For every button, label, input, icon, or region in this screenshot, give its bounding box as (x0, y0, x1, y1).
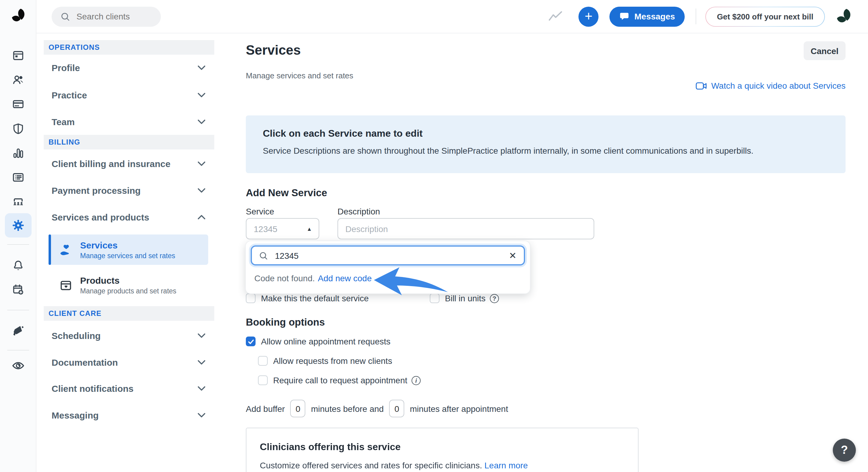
add-new-service-heading: Add New Service (246, 187, 327, 199)
sidebar-item-client-notifications[interactable]: Client notifications (44, 375, 214, 402)
hand-heart-icon (59, 243, 73, 257)
chevron-down-icon (197, 385, 206, 391)
allow-new-clients-checkbox[interactable] (258, 356, 268, 366)
default-service-option: Make this the default service (246, 293, 369, 303)
chevron-down-icon (197, 332, 206, 338)
service-code-value: 12345 (254, 224, 277, 234)
watch-video-link[interactable]: Watch a quick video about Services (695, 81, 845, 90)
section-header-operations: OPERATIONS (44, 40, 214, 55)
allow-new-clients-label: Allow requests from new clients (273, 356, 392, 366)
chevron-up-icon (197, 214, 206, 219)
chevron-down-icon (197, 119, 206, 124)
service-code-select[interactable]: 12345 ▲ (246, 218, 319, 239)
promo-label: Get $200 off your next bill (717, 12, 813, 21)
rail-divider (7, 310, 29, 311)
client-search[interactable] (52, 6, 161, 26)
chevron-down-icon (197, 161, 206, 166)
account-avatar[interactable] (835, 8, 854, 25)
calendar-add-icon[interactable] (11, 284, 24, 296)
service-field-label: Service (246, 207, 274, 216)
bill-in-units-label: Bill in units (445, 293, 486, 303)
topbar-divider (695, 8, 696, 24)
info-banner: Click on each Service name to edit Servi… (246, 115, 845, 173)
buffer-middle-label: minutes before and (311, 404, 384, 413)
page-title: Services (246, 42, 301, 58)
clinicians-body: Customize offered services and rates for… (260, 461, 482, 470)
help-button[interactable]: ? (833, 439, 856, 462)
chevron-down-icon (197, 359, 206, 365)
clinicians-section: Clinicians offering this service Customi… (246, 427, 639, 472)
notifications-bell-icon[interactable] (11, 259, 24, 272)
allow-online-checkbox[interactable] (246, 336, 255, 346)
chevron-down-icon (197, 187, 206, 193)
add-new-code-link[interactable]: Add new code (318, 273, 371, 283)
cancel-button[interactable]: Cancel (804, 41, 845, 60)
buffer-after-input[interactable] (389, 400, 404, 417)
watch-video-label: Watch a quick video about Services (711, 81, 845, 90)
clear-search-icon[interactable]: ✕ (509, 251, 517, 260)
check-icon (247, 338, 254, 345)
code-search-input[interactable] (274, 250, 509, 261)
buffer-before-input[interactable] (290, 400, 306, 417)
sidebar-item-scheduling[interactable]: Scheduling (44, 322, 214, 349)
question-help-icon[interactable]: ? (490, 294, 499, 303)
announcements-megaphone-icon[interactable] (11, 324, 24, 337)
create-new-button[interactable]: + (579, 6, 598, 26)
sidebar-item-profile[interactable]: Profile (44, 54, 214, 81)
sidebar-item-documentation[interactable]: Documentation (44, 349, 214, 376)
sidebar-item-services-products[interactable]: Services and products (44, 204, 214, 230)
calendar-icon[interactable] (11, 49, 24, 62)
require-call-option: Require call to request appointment i (258, 376, 421, 385)
caret-up-icon: ▲ (307, 226, 312, 232)
search-icon (60, 11, 70, 22)
analytics-chart-icon[interactable] (12, 147, 24, 159)
notes-list-icon[interactable] (11, 171, 24, 184)
sidebar-item-practice[interactable]: Practice (44, 81, 214, 108)
code-search-field: ✕ (251, 245, 525, 265)
chevron-down-icon (197, 65, 206, 70)
box-heart-icon (59, 278, 73, 292)
default-service-label: Make this the default service (261, 293, 369, 303)
app-window: + Messages Get $200 off your next bill O… (0, 0, 868, 472)
default-service-checkbox[interactable] (246, 293, 255, 303)
settings-sidebar: OPERATIONS Profile Practice Team BILLING… (36, 33, 240, 472)
referral-promo-button[interactable]: Get $200 off your next bill (705, 6, 825, 26)
messages-button[interactable]: Messages (610, 6, 685, 26)
sidebar-item-team[interactable]: Team (44, 108, 214, 135)
search-input[interactable] (75, 11, 151, 22)
team-org-icon[interactable] (11, 195, 25, 208)
require-call-label: Require call to request appointment (273, 376, 407, 385)
settings-gear-icon[interactable] (11, 219, 25, 232)
simplepractice-logo (10, 8, 27, 24)
buffer-settings: Add buffer minutes before and minutes af… (246, 400, 508, 417)
billing-card-icon[interactable] (11, 97, 24, 110)
info-icon[interactable]: i (411, 376, 421, 385)
sidebar-subitem-services[interactable]: Services Manage services and set rates (49, 234, 208, 265)
trending-sparkline-icon (548, 11, 563, 22)
page-subtitle: Manage services and set rates (246, 71, 353, 80)
booking-options-heading: Booking options (246, 317, 325, 328)
description-input[interactable] (338, 218, 594, 239)
rail-divider (7, 350, 29, 351)
chevron-down-icon (197, 412, 206, 418)
chat-bubble-icon (619, 11, 629, 21)
buffer-prefix-label: Add buffer (246, 404, 285, 413)
sidebar-item-payment-processing[interactable]: Payment processing (44, 177, 214, 204)
sidebar-subitem-products[interactable]: Products Manage products and set rates (49, 270, 208, 300)
section-header-billing: BILLING (44, 135, 214, 149)
info-banner-body: Service Descriptions are shown throughou… (263, 146, 829, 155)
insurance-shield-icon[interactable] (11, 122, 24, 135)
require-call-checkbox[interactable] (258, 376, 268, 385)
sidebar-item-messaging[interactable]: Messaging (44, 402, 214, 428)
supervision-eye-icon[interactable] (11, 359, 25, 373)
info-banner-title: Click on each Service name to edit (263, 128, 829, 139)
help-question-icon: ? (841, 443, 848, 457)
sidebar-item-client-billing[interactable]: Client billing and insurance (44, 150, 214, 177)
clients-icon[interactable] (11, 73, 25, 86)
search-icon (258, 250, 268, 260)
allow-online-label: Allow online appointment requests (261, 336, 391, 346)
section-header-client-care: CLIENT CARE (44, 306, 214, 321)
clinicians-heading: Clinicians offering this service (260, 442, 625, 452)
learn-more-link[interactable]: Learn more (485, 461, 528, 470)
buffer-suffix-label: minutes after appointment (410, 404, 508, 413)
